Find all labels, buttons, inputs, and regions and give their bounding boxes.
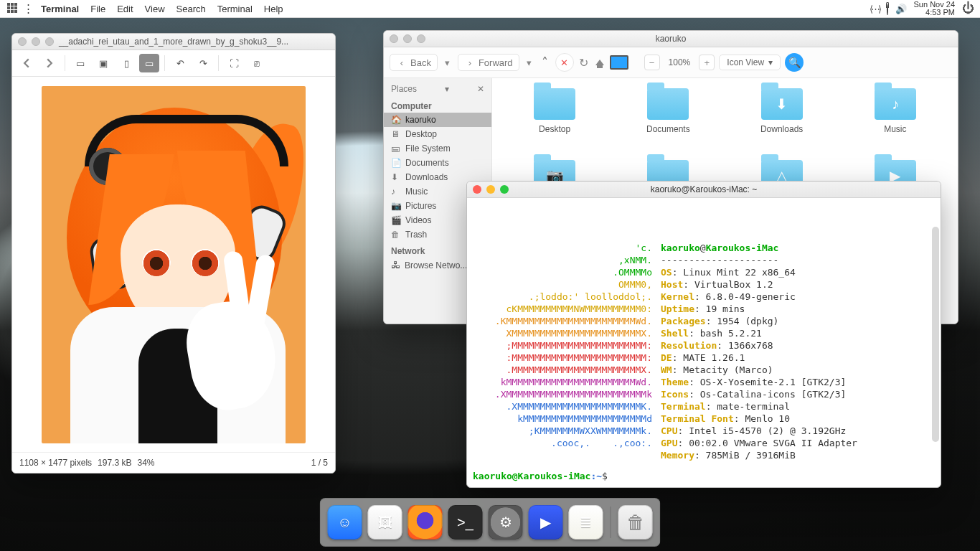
dock-separator xyxy=(611,507,611,538)
terminal-title: kaoruko@Karoukos-iMac: ~ xyxy=(467,184,941,194)
computer-icon[interactable] xyxy=(610,55,628,70)
search-button[interactable]: 🔍 xyxy=(785,53,804,72)
apps-grid-icon[interactable] xyxy=(7,3,19,14)
image-viewer-window: __adachi_rei_utau_and_1_more_drawn_by_g_… xyxy=(11,33,336,474)
status-filesize: 197.3 kB xyxy=(98,458,131,468)
trash-icon: 🗑 xyxy=(626,512,645,534)
menu-terminal[interactable]: Terminal xyxy=(212,4,258,14)
stop-button[interactable]: ✕ xyxy=(555,53,574,72)
menu-view[interactable]: View xyxy=(139,4,171,14)
folder-label: Documents xyxy=(646,124,690,134)
sidebar-item-file-system[interactable]: 🖴File System xyxy=(384,141,491,156)
file-manager-toolbar: ‹Back ▾ ›Forward ▾ ˄ ✕ ↻ − 100% + Icon V… xyxy=(384,47,958,78)
zoom-in-icon[interactable]: + xyxy=(699,55,715,70)
zoom-pct: 100% xyxy=(664,57,695,67)
chevron-down-icon[interactable]: ▾ xyxy=(445,84,449,94)
folder-icon: ⬇ xyxy=(761,88,803,120)
terminal-icon: >_ xyxy=(457,514,473,531)
folder-downloads[interactable]: ⬇Downloads xyxy=(727,88,837,157)
rotate-ccw-button[interactable]: ↶ xyxy=(170,54,190,72)
clock-time: 4:53 PM xyxy=(914,9,955,17)
places-header: Places xyxy=(391,84,417,94)
file-manager-title: kaoruko xyxy=(384,34,958,44)
volume-icon[interactable]: 🔊 xyxy=(895,4,907,14)
terminal-window: kaoruko@Karoukos-iMac: ~ 'c.,xNMM..OMMMM… xyxy=(466,181,941,488)
fit-width-button[interactable]: ▯ xyxy=(116,54,136,72)
sidebar-item-desktop[interactable]: 🖥Desktop xyxy=(384,127,491,141)
home-icon[interactable] xyxy=(594,57,606,68)
scrollbar[interactable] xyxy=(932,227,939,442)
rotate-cw-button[interactable]: ↷ xyxy=(193,54,213,72)
shotwell-icon: 🖼 xyxy=(378,514,392,531)
up-icon[interactable]: ˄ xyxy=(540,57,551,68)
prompt-dollar: $ xyxy=(602,471,608,481)
shield-icon[interactable] xyxy=(887,4,888,14)
power-icon[interactable]: ⏻ xyxy=(962,1,974,16)
menu-app[interactable]: Terminal xyxy=(35,4,85,14)
folder-icon xyxy=(534,88,575,120)
image-viewer-toolbar: ▭ ▣ ▯ ▭ ↶ ↷ ⛶ ⎚ xyxy=(12,50,335,77)
image-viewer-title: __adachi_rei_utau_and_1_more_drawn_by_g_… xyxy=(12,37,335,47)
notes-icon: ≣ xyxy=(580,514,592,531)
chevron-down-icon: ▾ xyxy=(768,57,773,67)
reload-icon[interactable]: ↻ xyxy=(578,57,590,68)
neofetch-logo: 'c.,xNMM..OMMMMoOMMM0,.;loddo:' loollodd… xyxy=(473,242,661,469)
file-manager-titlebar[interactable]: kaoruko xyxy=(384,31,958,47)
menu-edit[interactable]: Edit xyxy=(111,4,138,14)
dock-settings[interactable]: ⚙ xyxy=(489,505,523,540)
dock-firefox[interactable] xyxy=(408,505,443,540)
image-canvas[interactable] xyxy=(12,77,335,452)
chevron-left-icon: ‹ xyxy=(396,57,407,68)
dock: ☺🖼>_⚙▶≣🗑 xyxy=(320,498,661,547)
sidebar-item-kaoruko[interactable]: 🏠kaoruko xyxy=(384,113,491,127)
search-icon: 🔍 xyxy=(788,57,801,68)
dock-finder[interactable]: ☺ xyxy=(328,505,362,540)
folder-desktop[interactable]: Desktop xyxy=(499,88,610,157)
view-mode-select[interactable]: Icon View▾ xyxy=(719,55,781,70)
dock-notes[interactable]: ≣ xyxy=(569,505,603,540)
menubar: ⋮ Terminal FileEditViewSearchTerminalHel… xyxy=(0,0,980,18)
close-icon[interactable] xyxy=(473,185,481,194)
image-viewer-titlebar[interactable]: __adachi_rei_utau_and_1_more_drawn_by_g_… xyxy=(12,34,335,50)
zoom-out-button[interactable]: ▭ xyxy=(70,54,90,72)
folder-icon: ♪ xyxy=(875,88,916,120)
status-zoom: 34% xyxy=(137,458,154,468)
slideshow-button[interactable]: ⎚ xyxy=(247,54,267,72)
media-icon: ▶ xyxy=(540,514,551,531)
terminal-prompt[interactable]: kaoruko@Karoukos-iMac:~$ xyxy=(467,469,941,487)
folder-documents[interactable]: Documents xyxy=(613,88,723,157)
close-places-icon[interactable]: ✕ xyxy=(477,84,484,94)
dock-media[interactable]: ▶ xyxy=(529,505,563,540)
neofetch-info: kaoruko@Karoukos-iMac-------------------… xyxy=(661,242,935,469)
zoom-out-icon[interactable]: − xyxy=(644,55,660,70)
menu-file[interactable]: File xyxy=(85,4,111,14)
dock-terminal[interactable]: >_ xyxy=(448,505,483,540)
minimize-icon[interactable] xyxy=(486,185,495,194)
menu-help[interactable]: Help xyxy=(258,4,289,14)
settings-icon: ⚙ xyxy=(499,514,512,531)
folder-label: Downloads xyxy=(760,124,803,134)
forward-history-icon[interactable]: ▾ xyxy=(524,57,535,68)
zoom-in-button[interactable]: ▣ xyxy=(93,54,113,72)
terminal-titlebar[interactable]: kaoruko@Karoukos-iMac: ~ xyxy=(467,182,941,198)
folder-music[interactable]: ♪Music xyxy=(840,88,951,157)
folder-label: Desktop xyxy=(539,124,570,134)
forward-button[interactable]: ›Forward xyxy=(458,54,519,71)
network-icon[interactable]: ⟨⋯⟩ xyxy=(870,4,880,14)
dock-shotwell[interactable]: 🖼 xyxy=(368,505,402,540)
next-button[interactable] xyxy=(39,54,60,72)
sidebar-item-documents[interactable]: 📄Documents xyxy=(384,156,491,170)
terminal-output[interactable]: 'c.,xNMM..OMMMMoOMMM0,.;loddo:' loollodd… xyxy=(467,198,941,469)
clock[interactable]: Sun Nov 24 4:53 PM xyxy=(914,1,955,17)
menu-search[interactable]: Search xyxy=(171,4,212,14)
fit-window-button[interactable]: ▭ xyxy=(139,54,159,72)
back-button[interactable]: ‹Back xyxy=(390,54,438,71)
prev-button[interactable] xyxy=(17,54,37,72)
dock-trash[interactable]: 🗑 xyxy=(618,505,653,540)
overflow-icon[interactable]: ⋮ xyxy=(23,2,34,15)
maximize-icon[interactable] xyxy=(500,185,509,194)
back-history-icon[interactable]: ▾ xyxy=(442,57,453,68)
chevron-right-icon: › xyxy=(464,57,476,68)
fullscreen-button[interactable]: ⛶ xyxy=(224,54,244,72)
status-dimensions: 1108 × 1477 pixels xyxy=(19,458,92,468)
